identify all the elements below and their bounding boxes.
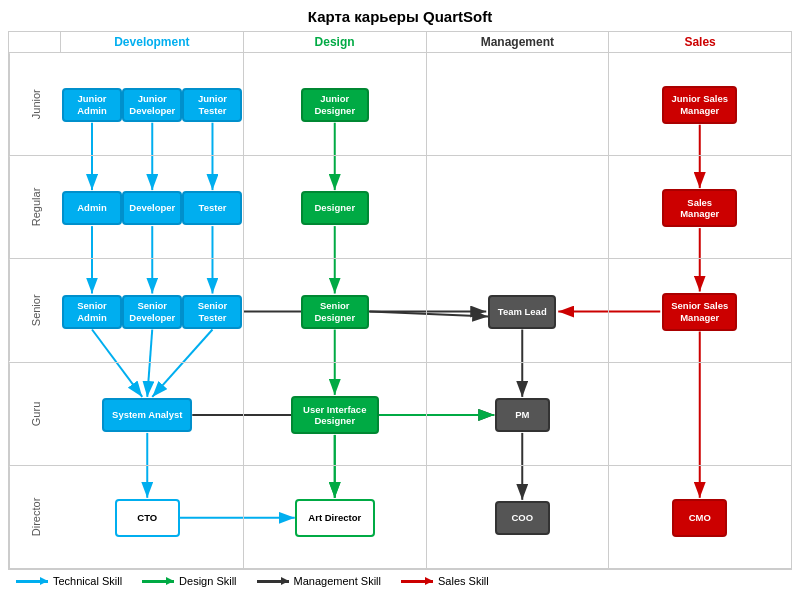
card-team-lead: Team Lead: [488, 295, 556, 329]
legend-label-management: Management Skill: [294, 575, 381, 587]
page-title: Карта карьеры QuartSoft: [8, 8, 792, 25]
row-label-director: Director: [9, 466, 61, 568]
legend-arrow-sales: [401, 580, 433, 583]
card-art-director: Art Director: [295, 499, 375, 537]
card-senior-sales-manager: Senior SalesManager: [662, 293, 737, 331]
legend-label-sales: Sales Skill: [438, 575, 489, 587]
legend-arrow-design: [142, 580, 174, 583]
row-label-senior: Senior: [9, 259, 61, 361]
column-headers: Development Design Management Sales: [9, 32, 791, 53]
card-senior-tester: SeniorTester: [182, 295, 242, 329]
card-tester: Tester: [182, 191, 242, 225]
col-header-design: Design: [244, 32, 427, 52]
row-label-junior: Junior: [9, 53, 61, 155]
cell-junior-mgmt: [427, 53, 610, 155]
chart-inner: Junior Regular Senior: [9, 53, 791, 569]
card-pm: PM: [495, 398, 550, 432]
card-cto: CTO: [115, 499, 180, 537]
legend: Technical Skill Design Skill Management …: [8, 570, 792, 592]
card-senior-designer: SeniorDesigner: [301, 295, 369, 329]
row-label-guru: Guru: [9, 363, 61, 465]
card-cmo: CMO: [672, 499, 727, 537]
row-label-header: [9, 32, 61, 52]
col-header-development: Development: [61, 32, 244, 52]
legend-management: Management Skill: [257, 575, 381, 587]
card-junior-admin: JuniorAdmin: [62, 88, 122, 122]
main-container: Карта карьеры QuartSoft Development Desi…: [0, 0, 800, 600]
legend-arrow-management: [257, 580, 289, 583]
card-senior-developer: SeniorDeveloper: [122, 295, 182, 329]
card-designer: Designer: [301, 191, 369, 225]
card-developer: Developer: [122, 191, 182, 225]
card-coo: COO: [495, 501, 550, 535]
legend-label-design: Design Skill: [179, 575, 236, 587]
card-junior-tester: JuniorTester: [182, 88, 242, 122]
legend-design: Design Skill: [142, 575, 236, 587]
card-sales-manager: SalesManager: [662, 189, 737, 227]
legend-label-technical: Technical Skill: [53, 575, 122, 587]
card-junior-designer: JuniorDesigner: [301, 88, 369, 122]
card-system-analyst: System Analyst: [102, 398, 192, 432]
card-senior-admin: SeniorAdmin: [62, 295, 122, 329]
chart-area: Development Design Management Sales: [8, 31, 792, 570]
cell-guru-sales: [609, 363, 791, 465]
cell-regular-mgmt: [427, 156, 610, 258]
card-user-interface-designer: User InterfaceDesigner: [291, 396, 379, 434]
legend-sales: Sales Skill: [401, 575, 489, 587]
legend-technical: Technical Skill: [16, 575, 122, 587]
card-junior-developer: JuniorDeveloper: [122, 88, 182, 122]
card-admin: Admin: [62, 191, 122, 225]
legend-arrow-technical: [16, 580, 48, 583]
card-junior-sales-manager: Junior SalesManager: [662, 86, 737, 124]
col-header-sales: Sales: [609, 32, 791, 52]
row-label-regular: Regular: [9, 156, 61, 258]
col-header-management: Management: [427, 32, 610, 52]
